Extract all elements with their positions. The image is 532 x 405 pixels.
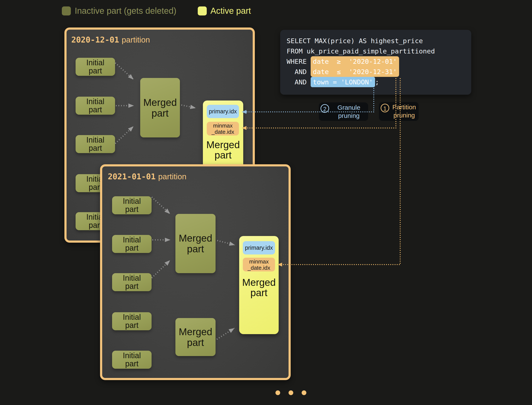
initial-part: Initialpart	[112, 196, 152, 214]
town-filter-highlight: town = 'LONDON'	[311, 77, 375, 87]
merged-part-label: Merged part	[203, 140, 243, 160]
legend-inactive-swatch	[62, 7, 71, 15]
merged-part-inactive: Mergedpart	[175, 318, 215, 356]
partition-suffix: partition	[122, 35, 150, 44]
initial-part: Initialpart	[76, 97, 115, 115]
legend-inactive-label: Inactive part (gets deleted)	[75, 6, 176, 16]
legend-active-label: Active part	[210, 6, 251, 16]
step-2-circle-icon: 2	[321, 104, 329, 113]
minmax-date-idx-chip: minmax _date.idx	[243, 258, 275, 271]
partition-suffix: partition	[158, 172, 187, 181]
sql-line: AND date ≤ '2020-12-31'	[287, 67, 465, 77]
partition-date: 2021-01-01	[108, 172, 156, 181]
granule-pruning-badge: 2 Granule pruning	[319, 102, 368, 121]
sql-line: SELECT MAX(price) AS highest_price	[287, 36, 465, 46]
date-filter-highlight: date ≥ '2020-12-01'	[311, 56, 399, 67]
partition-title: 2021-01-01partition	[108, 172, 186, 181]
sql-line: WHERE date ≥ '2020-12-01'	[287, 56, 465, 67]
sql-query-box: SELECT MAX(price) AS highest_price FROM …	[280, 30, 471, 95]
partition-title: 2020-12-01partition	[71, 35, 150, 44]
sql-line: AND town = 'LONDON';	[287, 77, 465, 87]
merged-part-inactive: Mergedpart	[175, 214, 215, 273]
partition-date: 2020-12-01	[71, 35, 119, 44]
carousel-dot-3[interactable]	[302, 390, 306, 395]
initial-part: Initialpart	[112, 312, 152, 330]
sql-line: FROM uk_price_paid_simple_partitioned	[287, 46, 465, 56]
step-1-circle-icon: 1	[381, 104, 389, 112]
initial-part: Initialpart	[76, 58, 115, 76]
initial-part: Initialpart	[76, 135, 115, 153]
minmax-date-idx-chip: minmax _date.idx	[207, 122, 239, 135]
carousel-dots	[276, 390, 306, 395]
partition-pruning-badge: 1 Partition pruning	[379, 102, 419, 121]
partition-pruning-diagram: Inactive part (gets deleted) Active part…	[0, 0, 532, 405]
partition-2021-01-01: 2021-01-01partition Initialpart Initialp…	[100, 164, 291, 380]
legend-active-swatch	[198, 7, 207, 15]
initial-part: Initialpart	[112, 273, 152, 291]
carousel-dot-2[interactable]	[289, 390, 293, 395]
date-filter-highlight: date ≤ '2020-12-31'	[311, 67, 399, 77]
carousel-dot-1[interactable]	[276, 390, 280, 395]
primary-idx-chip: primary.idx	[243, 241, 275, 255]
merged-part-label: Merged part	[239, 277, 279, 298]
merged-part-active: primary.idx minmax _date.idx Merged part	[239, 236, 279, 334]
initial-part: Initialpart	[112, 351, 152, 369]
initial-part: Initialpart	[112, 235, 152, 253]
primary-idx-chip: primary.idx	[207, 105, 239, 118]
merged-part-inactive: Mergedpart	[140, 78, 180, 137]
